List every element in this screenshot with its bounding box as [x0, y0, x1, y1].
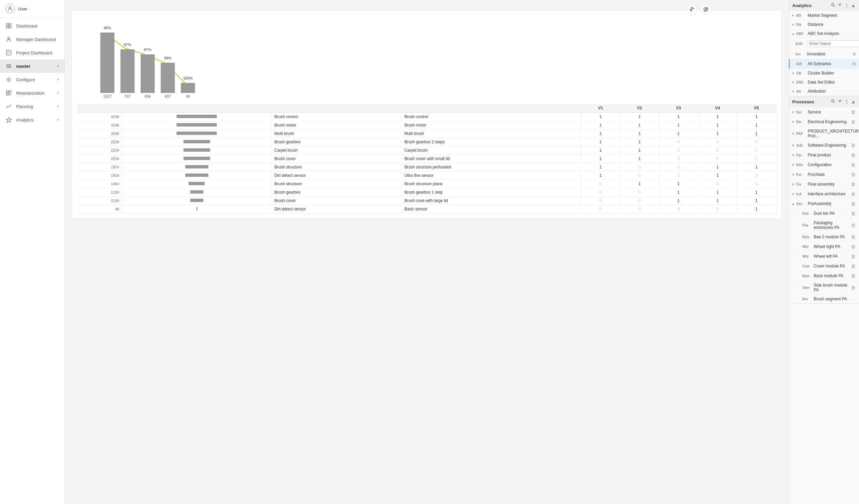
- pareto-chart: 46% 67% 87% 99%: [77, 16, 776, 98]
- enter-name-input[interactable]: [807, 40, 859, 47]
- processes-settings-icon[interactable]: ⋮: [844, 99, 849, 105]
- als-external-icon[interactable]: ⧉: [853, 61, 856, 66]
- process-item-whr[interactable]: WhrWheel right PA🗑: [789, 242, 859, 252]
- process-item-whl[interactable]: WhlWheel left PA🗑: [789, 252, 859, 261]
- toggle-ser[interactable]: ▾: [792, 110, 794, 114]
- analytics-item-abc[interactable]: ▴ ABC ABC Set Analysis: [789, 29, 859, 38]
- process-item-dub[interactable]: DubDust bin PA🗑: [789, 209, 859, 218]
- count-cell: 1104: [77, 188, 122, 197]
- sidebar-item-configure[interactable]: Configure ▾: [0, 73, 64, 86]
- process-item-ele[interactable]: ▾EleElectrical Engineering🗑: [789, 117, 859, 127]
- sidebar-item-analytics[interactable]: Analytics ▾: [0, 113, 64, 126]
- delete-icon[interactable]: 🗑: [851, 182, 856, 187]
- planning-label: Planning: [16, 104, 33, 109]
- process-item-pae[interactable]: PaePackaging enclosures PA🗑: [789, 218, 859, 232]
- toggle-fia[interactable]: ▾: [792, 182, 794, 186]
- v2-cell: 1: [620, 138, 659, 146]
- dis-toggle[interactable]: ▾: [792, 22, 794, 27]
- filter-icon[interactable]: [838, 3, 842, 9]
- sidebar-item-dashboard[interactable]: Dashboard: [0, 19, 64, 33]
- delete-icon[interactable]: 🗑: [851, 211, 856, 216]
- ms-toggle[interactable]: ▾: [792, 13, 794, 18]
- delete-icon[interactable]: 🗑: [851, 191, 856, 197]
- process-item-fia[interactable]: ▾FiaFinal assembly🗑: [789, 180, 859, 189]
- delete-icon[interactable]: 🗑: [851, 254, 856, 259]
- delete-icon[interactable]: 🗑: [851, 285, 856, 290]
- sidebar-item-master[interactable]: master ▾: [0, 59, 64, 73]
- analytics-item-all-szenarios[interactable]: AlS All Szenarios ⧉: [789, 59, 859, 69]
- toggle-ina[interactable]: ▾: [792, 192, 794, 196]
- delete-icon[interactable]: 🗑: [851, 142, 856, 148]
- table-row: 2234Brush coverBrush cover with small li…: [77, 155, 776, 163]
- v3-cell: 0: [659, 163, 698, 171]
- sidebar-item-planning[interactable]: Planning ▾: [0, 100, 64, 113]
- search-icon[interactable]: [831, 3, 835, 9]
- v1-cell: 1: [581, 146, 620, 155]
- dse-toggle[interactable]: ▾: [792, 80, 794, 85]
- delete-icon[interactable]: 🗑: [851, 201, 856, 207]
- toggle-pap[interactable]: ▾: [792, 132, 794, 136]
- process-item-b2m[interactable]: B2mBae 2 module PA🗑: [789, 232, 859, 242]
- delete-icon[interactable]: 🗑: [851, 244, 856, 249]
- process-item-pur[interactable]: ▾PurPurchase🗑: [789, 170, 859, 180]
- att-toggle[interactable]: ▾: [792, 89, 794, 94]
- ele-abbr: Ele: [796, 120, 805, 124]
- external-link-icon[interactable]: ⧉: [853, 51, 856, 57]
- collapse-processes-icon[interactable]: ▲: [851, 99, 856, 105]
- analytics-item-dis[interactable]: ▾ Dis Distance: [789, 20, 859, 29]
- x-label-v2: 707: [118, 93, 138, 98]
- processes-search-icon[interactable]: [831, 99, 835, 105]
- collapse-analytics-icon[interactable]: ▲: [851, 3, 856, 9]
- pin-button[interactable]: [687, 4, 697, 15]
- delete-icon[interactable]: 🗑: [851, 223, 856, 228]
- process-item-pap[interactable]: ▾PAPPRODUCT_ARCHITECTURE Proc...🗑: [789, 127, 859, 141]
- analytics-item-innovative[interactable]: Inn Innovative ⧉: [789, 49, 859, 59]
- analytics-item-att[interactable]: ▾ Att Attribution: [789, 87, 859, 96]
- abc-toggle[interactable]: ▴: [792, 32, 794, 36]
- settings-icon[interactable]: ⋮: [844, 3, 849, 9]
- process-item-fip[interactable]: ▾FipFinal product🗑: [789, 150, 859, 160]
- toggle-soe[interactable]: ▾: [792, 143, 794, 148]
- cb-toggle[interactable]: ▾: [792, 71, 794, 76]
- svg-point-12: [8, 78, 10, 80]
- toggle-boc[interactable]: ▾: [792, 163, 794, 167]
- delete-icon[interactable]: 🗑: [851, 152, 856, 158]
- v1-cell: 1: [581, 138, 620, 146]
- process-item-ina[interactable]: ▾InAInterface architecture🗑: [789, 189, 859, 199]
- delete-icon[interactable]: 🗑: [851, 162, 856, 167]
- modularization-chevron: ▾: [57, 91, 59, 95]
- analytics-item-ms[interactable]: ▾ MS Market Segment: [789, 11, 859, 20]
- toggle-pur[interactable]: ▾: [792, 172, 794, 177]
- delete-icon[interactable]: 🗑: [851, 172, 856, 177]
- toggle-ass[interactable]: ▴: [792, 202, 794, 206]
- process-item-boc[interactable]: ▾BOcConfiguration🗑: [789, 160, 859, 170]
- sidebar-item-modularization[interactable]: Modularization ▾: [0, 86, 64, 100]
- delete-icon[interactable]: 🗑: [851, 119, 856, 124]
- delete-icon[interactable]: 🗑: [851, 234, 856, 240]
- process-item-soe[interactable]: ▾SoESoftware Engineering🗑: [789, 141, 859, 150]
- process-item-sbm[interactable]: SbmSide brush module PA🗑: [789, 281, 859, 295]
- analytics-item-dse[interactable]: ▾ DSE Data Set Editor: [789, 78, 859, 87]
- th-bar: [122, 104, 271, 113]
- delete-icon[interactable]: 🗑: [851, 109, 856, 115]
- process-item-brs[interactable]: BrsBrush segment PA→: [789, 295, 859, 304]
- analytics-panel-header: Analytics ⋮ ▲: [789, 0, 859, 11]
- hide-button[interactable]: [700, 4, 711, 15]
- table-row: 3338Multi brushMulti brush11111: [77, 129, 776, 138]
- process-item-ass[interactable]: ▴AssPreAssembly🗑: [789, 199, 859, 209]
- delete-icon[interactable]: 🗑: [851, 273, 856, 278]
- toggle-fip[interactable]: ▾: [792, 153, 794, 157]
- delete-icon[interactable]: 🗑: [851, 263, 856, 269]
- bar-cell: [122, 113, 271, 121]
- sidebar-item-manager-dashboard[interactable]: Manager Dashboard: [0, 33, 64, 46]
- dse-label: Data Set Editor: [808, 80, 856, 85]
- arrow-icon[interactable]: →: [852, 296, 856, 301]
- process-item-com[interactable]: ComCover module PA🗑: [789, 261, 859, 271]
- analytics-item-cb[interactable]: ▾ CB Cluster Builder: [789, 69, 859, 78]
- process-item-ser[interactable]: ▾SerService🗑: [789, 107, 859, 117]
- sidebar-item-project-dashboard[interactable]: Project Dashboard: [0, 46, 64, 59]
- toggle-ele[interactable]: ▾: [792, 120, 794, 124]
- process-item-bam[interactable]: BamBase module PA🗑: [789, 271, 859, 281]
- processes-filter-icon[interactable]: [838, 99, 842, 105]
- bar-cell: [122, 205, 271, 213]
